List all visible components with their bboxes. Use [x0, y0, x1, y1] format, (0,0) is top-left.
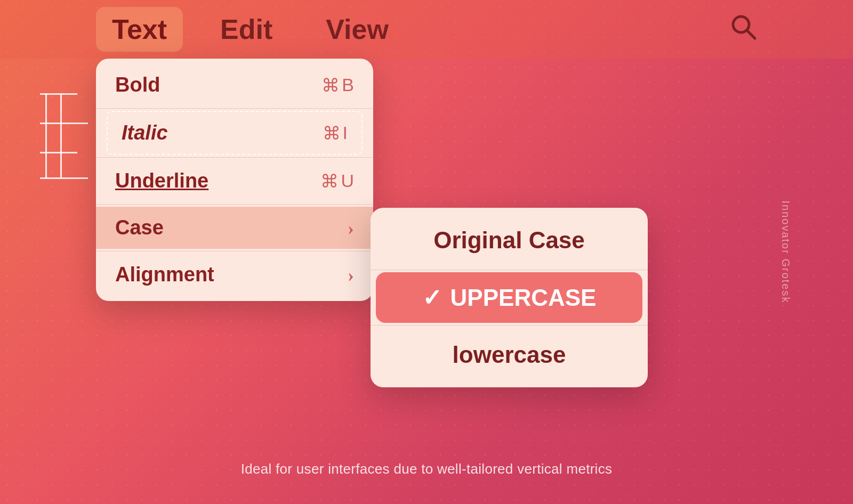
italic-shortcut: ⌘ I [323, 123, 348, 144]
checkmark-icon: ✓ [422, 284, 442, 311]
case-chevron: › [348, 217, 354, 239]
shortcut-key-u: U [341, 170, 354, 191]
submenu-divider-1 [371, 270, 648, 270]
shortcut-key-b: B [342, 75, 354, 95]
italic-label: Italic [122, 121, 168, 144]
divider-1 [96, 108, 373, 109]
search-icon[interactable] [729, 13, 757, 46]
menu-view[interactable]: View [310, 7, 405, 52]
tagline: Ideal for user interfaces due to well-ta… [0, 461, 853, 477]
submenu-divider-2 [371, 325, 648, 326]
italic-row-wrapper: Italic ⌘ I [101, 111, 368, 155]
case-label: Case [115, 216, 164, 239]
cmd-symbol: ⌘ [321, 75, 340, 96]
alignment-chevron: › [348, 264, 354, 286]
menu-text[interactable]: Text [96, 7, 183, 52]
divider-4 [96, 251, 373, 251]
cmd-symbol-i: ⌘ [323, 123, 341, 144]
uppercase-text: UPPERCASE [450, 284, 597, 311]
divider-2 [96, 157, 373, 158]
menu-underline[interactable]: Underline ⌘ U [96, 160, 373, 202]
menu-case[interactable]: Case › [96, 207, 373, 249]
uppercase-label: ✓ UPPERCASE [390, 284, 629, 311]
menu-alignment[interactable]: Alignment › [96, 254, 373, 296]
main-menu: Bold ⌘ B Italic ⌘ I Underline ⌘ U Case › [96, 59, 373, 301]
menu-bar: Text Edit View [0, 0, 853, 59]
original-case-label: Original Case [433, 227, 585, 253]
lowercase-label: lowercase [453, 342, 566, 368]
menu-edit[interactable]: Edit [204, 7, 288, 52]
divider-3 [96, 204, 373, 205]
case-original[interactable]: Original Case [371, 213, 648, 267]
underline-label: Underline [115, 169, 208, 192]
menu-italic[interactable]: Italic ⌘ I [107, 111, 363, 155]
svg-line-1 [747, 30, 755, 38]
alignment-label: Alignment [115, 263, 214, 286]
case-submenu: Original Case ✓ UPPERCASE lowercase [371, 208, 648, 387]
case-lowercase[interactable]: lowercase [371, 328, 648, 382]
side-text: Innovator Grotesk [779, 201, 792, 304]
alignment-guides [45, 93, 99, 178]
cmd-symbol-u: ⌘ [320, 170, 339, 192]
menu-bold[interactable]: Bold ⌘ B [96, 64, 373, 106]
bold-shortcut: ⌘ B [321, 75, 354, 96]
case-uppercase[interactable]: ✓ UPPERCASE [376, 272, 642, 323]
underline-shortcut: ⌘ U [320, 170, 354, 192]
shortcut-key-i: I [343, 123, 348, 143]
bold-label: Bold [115, 74, 160, 96]
